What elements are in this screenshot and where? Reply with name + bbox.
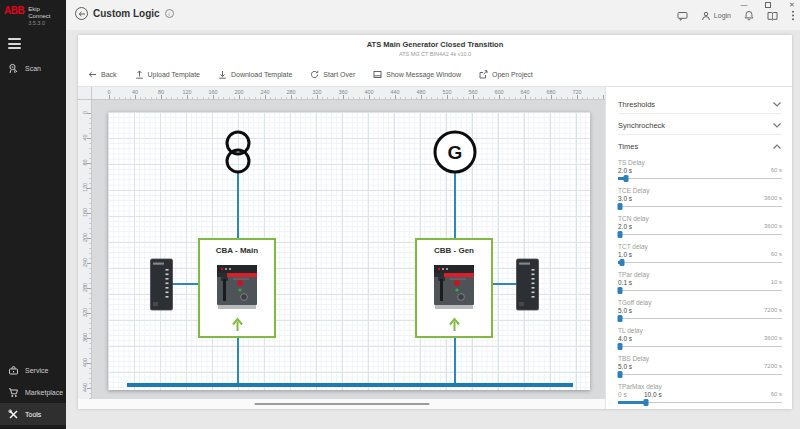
slider-max-label: 3600 s (764, 195, 782, 201)
ruler-corner (78, 87, 92, 100)
slider-label: TBS Delay (618, 355, 782, 362)
open-external-icon (479, 70, 488, 79)
slider-value: 10.0 s (644, 391, 662, 398)
insert-arrow-icon (448, 317, 461, 332)
slider-item: TParMax delay 0 s 10.0 s 60 s (618, 383, 782, 406)
slider-item: TCE Delay 3.0 s 3600 s (618, 187, 782, 210)
slider-thumb[interactable] (618, 343, 623, 350)
slider-label: TL delay (618, 327, 782, 334)
diagram-canvas: 0408012016020024028032036040044048052056… (78, 87, 605, 399)
service-icon (8, 365, 19, 376)
slider-max-label: 3600 s (764, 223, 782, 229)
slider-value: 3.0 s (618, 195, 632, 202)
slider-max-label: 7200 s (764, 363, 782, 369)
slider-label: TGoff delay (618, 299, 782, 306)
brand: ABB Ekip Connect 3.5.3.0 (0, 0, 66, 26)
sidebar: ABB Ekip Connect 3.5.3.0 Scan Service (0, 0, 66, 429)
sidebar-item-tools[interactable]: Tools (0, 403, 66, 425)
abb-logo: ABB (4, 6, 24, 16)
slider-thumb[interactable] (643, 399, 648, 406)
breaker-node-cbb-gen[interactable]: CBB - Gen (415, 238, 493, 338)
slider-thumb[interactable] (618, 371, 623, 378)
slider-track[interactable] (618, 259, 782, 266)
section-times[interactable]: Times (618, 137, 782, 156)
ekip-module-right[interactable] (516, 258, 539, 312)
card-toolbar: Back Upload Template Download Template S… (78, 63, 792, 87)
show-message-window-button[interactable]: Show Message Window (373, 70, 461, 79)
start-over-button[interactable]: Start Over (310, 70, 355, 79)
sidebar-item-scan[interactable]: Scan (0, 57, 66, 79)
slider-item: TCN delay 2.0 s 3600 s (618, 215, 782, 238)
slider-label: TPar delay (618, 271, 782, 278)
slider-track[interactable] (618, 399, 782, 406)
product-name: Ekip Connect (28, 6, 62, 20)
more-options-kebab-icon[interactable] (791, 10, 795, 21)
slider-value: 5.0 s (618, 363, 632, 370)
custom-logic-card: ATS Main Generator Closed Transition ATS… (78, 35, 792, 409)
upload-template-button[interactable]: Upload Template (135, 70, 200, 79)
slider-track[interactable] (618, 231, 782, 238)
slider-thumb[interactable] (618, 315, 623, 322)
slider-track[interactable] (618, 175, 782, 182)
generator-letter: G (448, 142, 463, 163)
login-button[interactable]: Login (701, 11, 731, 21)
slider-label: TParMax delay (618, 383, 782, 390)
back-circle-button[interactable] (75, 7, 88, 20)
close-button[interactable]: ✕ (787, 0, 797, 9)
slider-track[interactable] (618, 315, 782, 322)
slider-max-label: 10 s (771, 279, 782, 285)
settings-panel: Thresholds Synchrocheck Times TS Delay (605, 87, 792, 409)
window-controls: — ✕ (739, 0, 797, 9)
slider-track[interactable] (618, 287, 782, 294)
documentation-book-icon[interactable] (767, 11, 778, 21)
slider-thumb[interactable] (618, 287, 623, 294)
sidebar-item-label: Tools (25, 411, 41, 418)
hamburger-menu-icon[interactable] (8, 38, 21, 49)
template-subtitle: ATS MG CT BIN4A2 4k v10.0 (78, 51, 792, 57)
ekip-module-left[interactable] (150, 258, 173, 312)
page-heading: Custom Logic i (75, 7, 174, 20)
template-title: ATS Main Generator Closed Transition (78, 40, 792, 49)
back-button[interactable]: Back (88, 70, 117, 79)
notifications-bell-icon[interactable] (744, 10, 754, 21)
slider-thumb[interactable] (618, 203, 623, 210)
product-version: 3.5.3.0 (28, 20, 62, 26)
sidebar-item-label: Scan (25, 65, 41, 72)
topbar: Custom Logic i — ✕ Login (66, 0, 800, 30)
topbar-icons: Login (677, 10, 795, 21)
download-template-button[interactable]: Download Template (218, 70, 292, 79)
canvas-scroll-area (78, 399, 605, 409)
info-icon[interactable]: i (165, 9, 174, 18)
sidebar-item-service[interactable]: Service (0, 359, 66, 381)
sidebar-item-label: Service (25, 367, 48, 374)
app-window: ABB Ekip Connect 3.5.3.0 Scan Service (0, 0, 800, 429)
slider-track[interactable] (618, 203, 782, 210)
card-body: 0408012016020024028032036040044048052056… (78, 87, 792, 409)
slider-value: 2.0 s (618, 167, 632, 174)
slider-label: TS Delay (618, 159, 782, 166)
node-title: CBA - Main (216, 246, 258, 255)
chevron-up-icon (772, 143, 782, 151)
times-sliders: TS Delay 2.0 s 60 s (618, 159, 782, 406)
slider-thumb[interactable] (618, 231, 623, 238)
slider-max-label: 3600 s (764, 335, 782, 341)
minimize-button[interactable]: — (739, 0, 749, 9)
horizontal-ruler: 0408012016020024028032036040044048052056… (92, 87, 605, 100)
slider-track[interactable] (618, 371, 782, 378)
messages-icon[interactable] (677, 11, 688, 21)
slider-value: 1.0 s (618, 251, 632, 258)
section-synchrocheck[interactable]: Synchrocheck (618, 116, 782, 135)
slider-thumb[interactable] (624, 175, 629, 182)
open-project-button[interactable]: Open Project (479, 70, 533, 79)
slider-item: TL delay 4.0 s 3600 s (618, 327, 782, 350)
horizontal-scrollbar[interactable] (254, 403, 429, 405)
slider-track[interactable] (618, 343, 782, 350)
sidebar-item-marketplace[interactable]: Marketplace (0, 381, 66, 403)
section-thresholds[interactable]: Thresholds (618, 95, 782, 114)
slider-item: TPar delay 0.1 s 10 s (618, 271, 782, 294)
breaker-node-cba-main[interactable]: CBA - Main (198, 238, 276, 338)
slider-thumb[interactable] (620, 259, 625, 266)
slider-item: TBS Delay 5.0 s 7200 s (618, 355, 782, 378)
slider-value: 2.0 s (618, 223, 632, 230)
maximize-button[interactable] (763, 0, 773, 9)
